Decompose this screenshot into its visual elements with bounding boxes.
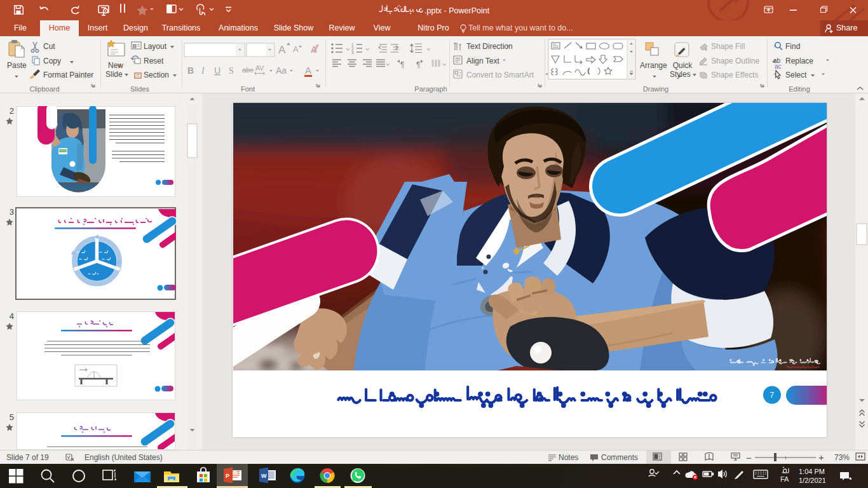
svg-text:1:04 PM: 1:04 PM xyxy=(799,468,825,475)
svg-text:Aa: Aa xyxy=(276,65,287,76)
svg-text:abe: abe xyxy=(242,66,254,74)
svg-text:A: A xyxy=(278,44,286,56)
svg-text:A: A xyxy=(293,44,299,54)
svg-text:FA: FA xyxy=(780,475,789,483)
svg-text:P: P xyxy=(226,473,229,479)
svg-text:I: I xyxy=(201,66,205,76)
svg-text:AV: AV xyxy=(255,64,264,72)
svg-text:¶: ¶ xyxy=(400,60,404,69)
svg-text:W: W xyxy=(261,473,267,479)
svg-text:U: U xyxy=(214,65,220,76)
svg-text:.pptx - PowerPoint: .pptx - PowerPoint xyxy=(424,6,490,15)
svg-text:B: B xyxy=(187,65,194,76)
svg-text:7: 7 xyxy=(770,391,774,400)
svg-text:S: S xyxy=(229,66,234,76)
svg-text:A: A xyxy=(305,65,311,76)
svg-text:¶: ¶ xyxy=(416,60,420,69)
svg-text:ac: ac xyxy=(775,63,782,70)
svg-text:1/2/2021: 1/2/2021 xyxy=(799,477,826,484)
svg-text:3: 3 xyxy=(351,50,354,55)
